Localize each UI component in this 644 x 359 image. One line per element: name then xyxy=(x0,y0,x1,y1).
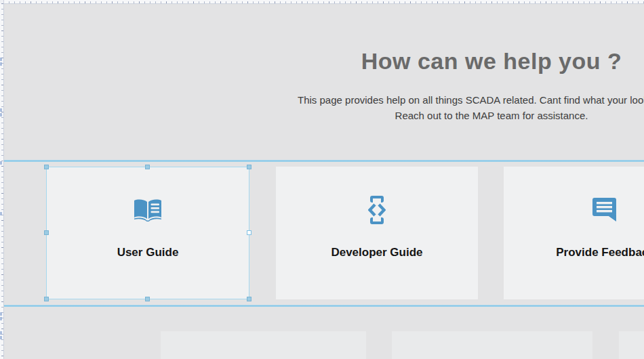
page: How can we help you ? This page provides… xyxy=(3,3,644,359)
resize-handle-w[interactable] xyxy=(44,230,49,235)
card-placeholder-2[interactable] xyxy=(392,331,592,359)
ruler-corner xyxy=(0,0,3,3)
card-placeholder-1[interactable] xyxy=(161,331,366,359)
resize-handle-sw[interactable] xyxy=(44,297,49,301)
resize-handle-ne[interactable] xyxy=(247,165,251,169)
card-label-user-guide: User Guide xyxy=(117,246,179,259)
resize-handle-s[interactable] xyxy=(145,297,150,301)
page-title[interactable]: How can we help you ? xyxy=(3,45,644,77)
section-bottom-border xyxy=(3,305,644,307)
card-developer-guide[interactable]: Developer Guide xyxy=(276,167,478,299)
card-provide-feedback[interactable]: Provide Feedback xyxy=(504,167,644,299)
card-label-developer-guide: Developer Guide xyxy=(331,246,422,259)
page-subtitle[interactable]: This page provides help on all things SC… xyxy=(3,92,644,123)
editor-canvas: { "page": { "title": "How can we help yo… xyxy=(0,0,644,359)
resize-handle-se[interactable] xyxy=(247,297,251,301)
mobile-code-icon xyxy=(368,196,386,224)
card-user-guide[interactable]: User Guide xyxy=(46,167,249,299)
resize-handle-e[interactable] xyxy=(247,230,251,235)
vertical-ruler xyxy=(0,0,4,359)
resize-handle-n[interactable] xyxy=(145,165,150,169)
card-placeholder-3[interactable] xyxy=(619,331,644,359)
chat-feedback-icon xyxy=(592,196,619,224)
section-top-border xyxy=(3,160,644,162)
resize-handle-nw[interactable] xyxy=(44,165,49,169)
subtitle-line-1: This page provides help on all things SC… xyxy=(3,92,644,108)
subtitle-line-2: Reach out to the MAP team for assistance… xyxy=(3,108,644,123)
card-label-provide-feedback: Provide Feedback xyxy=(556,246,644,259)
open-book-icon xyxy=(133,196,163,224)
horizontal-ruler xyxy=(0,0,644,4)
